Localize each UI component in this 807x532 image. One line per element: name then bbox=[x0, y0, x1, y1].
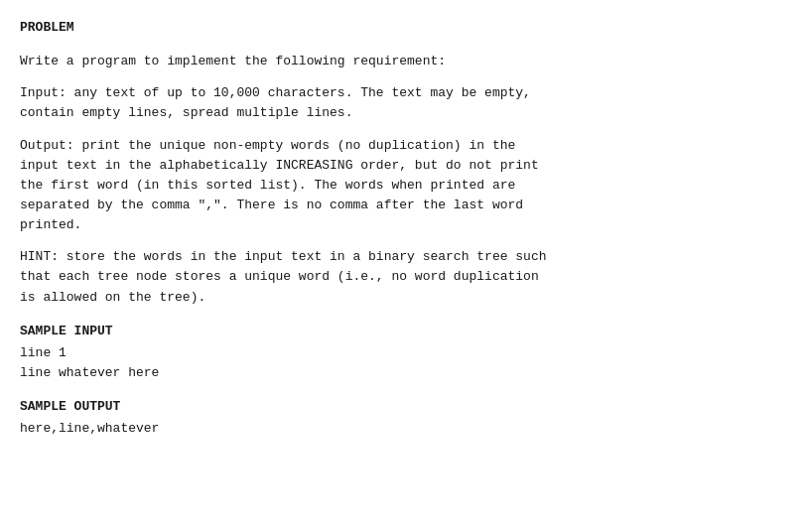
sample-output-label: SAMPLE OUTPUT bbox=[20, 397, 787, 417]
intro-text: Write a program to implement the followi… bbox=[20, 54, 446, 68]
sample-input-block: SAMPLE INPUT line 1 line whatever here bbox=[20, 322, 787, 383]
sample-input-label: SAMPLE INPUT bbox=[20, 322, 787, 341]
problem-label: PROBLEM bbox=[20, 18, 787, 38]
problem-section: PROBLEM bbox=[20, 18, 787, 38]
input-desc-paragraph: Input: any text of up to 10,000 characte… bbox=[20, 83, 787, 123]
input-desc-text: Input: any text of up to 10,000 characte… bbox=[20, 85, 531, 120]
output-desc-text: Output: print the unique non-empty words… bbox=[20, 138, 539, 233]
sample-input-line-2: line whatever here bbox=[20, 363, 787, 383]
intro-paragraph: Write a program to implement the followi… bbox=[20, 52, 787, 71]
sample-output-block: SAMPLE OUTPUT here,line,whatever bbox=[20, 397, 787, 439]
sample-input-line-1: line 1 bbox=[20, 343, 787, 363]
hint-text: HINT: store the words in the input text … bbox=[20, 249, 547, 304]
output-desc-paragraph: Output: print the unique non-empty words… bbox=[20, 136, 787, 236]
sample-output-value: here,line,whatever bbox=[20, 419, 787, 439]
hint-paragraph: HINT: store the words in the input text … bbox=[20, 247, 787, 307]
